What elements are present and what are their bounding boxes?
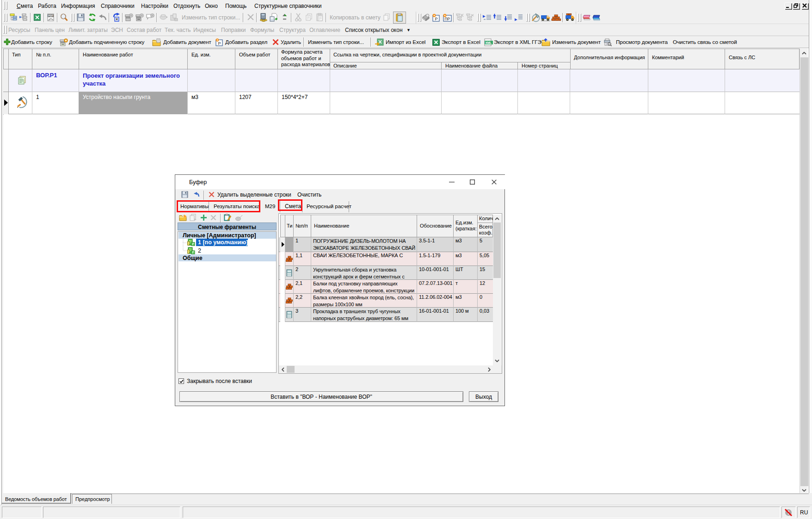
svg-text:PDF: PDF	[48, 14, 54, 17]
svg-text:P: P	[218, 41, 221, 46]
svg-text:P: P	[435, 17, 438, 21]
svg-text:XML: XML	[486, 41, 492, 44]
svg-text:ПР: ПР	[445, 17, 450, 21]
